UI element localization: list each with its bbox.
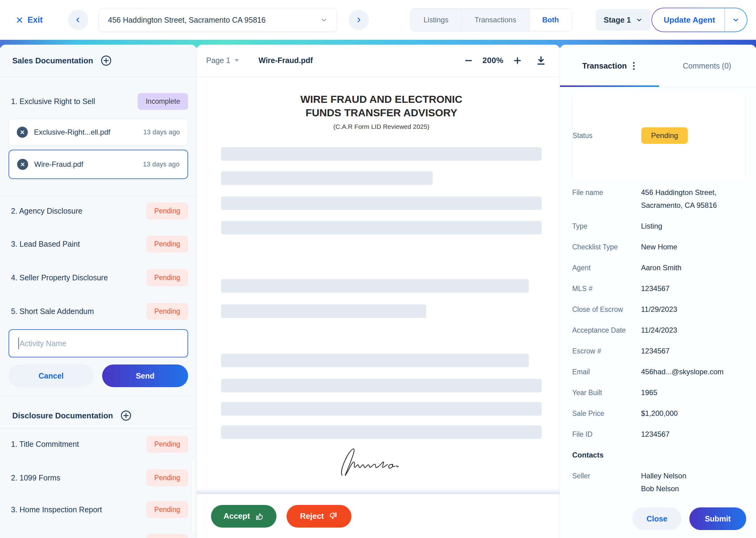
detail-label: Seller <box>572 469 641 482</box>
close-icon <box>16 16 23 24</box>
detail-label: Year Built <box>572 386 641 399</box>
update-agent-button[interactable]: Update Agent <box>651 8 747 32</box>
redacted-text-bar <box>221 171 433 185</box>
section-title: Sales Documentation <box>12 56 93 66</box>
download-icon[interactable] <box>536 55 546 66</box>
detail-row: TypeListing <box>572 220 746 233</box>
redacted-text-bar <box>221 354 529 367</box>
pdf-viewer: Page 1 Wire-Fraud.pdf 200% <box>197 45 560 538</box>
divider <box>0 196 197 196</box>
sidebar-scrollbar[interactable] <box>192 459 195 534</box>
tab-comments-label: Comments (0) <box>683 62 731 70</box>
pdf-page: WIRE FRAUD AND ELECTRONIC FUNDS TRANSFER… <box>197 77 560 494</box>
remove-file-icon[interactable]: ✕ <box>17 127 28 138</box>
checklist-item[interactable]: Pending <box>11 534 188 538</box>
checklist-item-label: 1. Title Commitment <box>11 440 79 449</box>
chevron-right-icon <box>355 17 362 23</box>
tab-transaction-label: Transaction <box>582 61 627 71</box>
redacted-text-bar <box>221 279 529 293</box>
kebab-menu-icon[interactable] <box>632 61 636 71</box>
file-card[interactable]: ✕Exclusive-Right...ell.pdf13 days ago <box>9 119 188 146</box>
view-tab-listings[interactable]: Listings <box>411 9 461 31</box>
checklist-item[interactable]: 1. Exclusive Right to SellIncomplete <box>11 93 188 110</box>
detail-label: File ID <box>572 428 641 441</box>
detail-row: Sale Price$1,200,000 <box>572 407 746 420</box>
tab-transaction[interactable]: Transaction <box>560 45 658 87</box>
detail-row: Email456had...@skyslope.com <box>572 365 746 378</box>
text-cursor <box>18 338 19 349</box>
detail-value: 1965 <box>641 386 657 399</box>
checklist-item-label: 2. 1099 Forms <box>11 473 60 482</box>
section-header: Disclosure Documentation <box>0 400 197 432</box>
checklist-item[interactable]: 2. 1099 FormsPending <box>11 469 188 486</box>
redacted-text-bar <box>221 402 542 415</box>
next-file-button[interactable] <box>349 10 369 30</box>
address-select[interactable]: 456 Haddington Street, Sacramento CA 958… <box>99 8 337 32</box>
remove-file-icon[interactable]: ✕ <box>17 159 28 170</box>
send-button[interactable]: Send <box>102 364 188 387</box>
add-document-icon[interactable] <box>100 55 112 66</box>
zoom-in-button[interactable] <box>513 56 522 66</box>
thumbs-up-icon <box>255 512 264 521</box>
page-label: Page 1 <box>206 56 230 65</box>
details-tabs: Transaction Comments (0) <box>560 45 756 87</box>
close-button[interactable]: Close <box>633 508 682 530</box>
view-tab-transactions[interactable]: Transactions <box>461 9 529 31</box>
zoom-out-button[interactable] <box>464 56 473 66</box>
file-card[interactable]: ✕Wire-Fraud.pdf13 days ago <box>9 150 188 179</box>
page-select[interactable]: Page 1 <box>206 56 239 65</box>
zoom-level: 200% <box>483 56 504 65</box>
detail-label: Type <box>572 220 641 233</box>
previous-file-button[interactable] <box>68 10 88 30</box>
detail-value: 456had...@skyslope.com <box>641 365 724 378</box>
status-badge: Pending <box>147 534 188 538</box>
detail-row: AgentAaron Smith <box>572 261 746 274</box>
update-agent-caret-button[interactable] <box>725 16 747 24</box>
view-tab-both[interactable]: Both <box>529 9 572 31</box>
detail-value: 1234567 <box>641 345 670 357</box>
detail-value: Listing <box>641 220 662 233</box>
checklist-item-label: 3. Home Inspection Report <box>11 505 102 514</box>
submit-button[interactable]: Submit <box>689 508 746 530</box>
app-window: Exit 456 Haddington Street, Sacramento C… <box>0 0 756 538</box>
file-name: Wire-Fraud.pdf <box>34 160 137 169</box>
review-action-bar: Accept Reject <box>197 494 560 538</box>
exit-button[interactable]: Exit <box>16 15 43 25</box>
cancel-button[interactable]: Cancel <box>9 364 94 387</box>
detail-label: Acceptance Date <box>572 324 641 337</box>
checklist-item[interactable]: 2. Agency DisclosurePending <box>11 203 188 219</box>
tab-comments[interactable]: Comments (0) <box>658 45 756 87</box>
activity-name-input[interactable] <box>9 329 188 357</box>
checklist-item[interactable]: 4. Seller Property DisclosurePending <box>11 269 188 286</box>
documents-sidebar: Sales Documentation1. Exclusive Right to… <box>0 45 197 538</box>
status-badge: Pending <box>147 436 188 453</box>
status-badge: Pending <box>147 501 188 518</box>
redacted-text-bar <box>221 304 426 318</box>
transaction-fields: StatusPendingFile name456 Haddington Str… <box>572 87 746 495</box>
checklist-item-label: 3. Lead Based Paint <box>11 240 80 248</box>
checklist-item[interactable]: 3. Home Inspection ReportPending <box>11 501 188 518</box>
checklist-item[interactable]: 1. Title CommitmentPending <box>11 436 188 453</box>
redacted-text-bar <box>221 425 542 439</box>
checklist-item[interactable]: 5. Short Sale AddendumPending <box>11 303 188 320</box>
accept-label: Accept <box>223 511 250 521</box>
detail-row: MLS #1234567 <box>572 282 746 295</box>
detail-row: StatusPending <box>572 93 746 178</box>
checklist-item[interactable]: 3. Lead Based PaintPending <box>11 236 188 252</box>
stage-dropdown[interactable]: Stage 1 <box>596 9 650 30</box>
redacted-text-bar <box>221 221 542 235</box>
detail-value-lines: 456 Haddington Street,Sacramento, CA 958… <box>641 186 717 212</box>
active-tab-indicator <box>560 85 659 87</box>
thumbs-down-icon <box>329 512 338 521</box>
detail-value: $1,200,000 <box>641 407 678 420</box>
detail-value: 456 Haddington Street, <box>641 186 717 199</box>
detail-row: File name456 Haddington Street,Sacrament… <box>572 186 746 212</box>
detail-row: Contacts <box>572 449 746 461</box>
details-panel: Transaction Comments (0) StatusPendingFi… <box>560 45 756 538</box>
detail-value: Halley Nelson <box>641 469 686 482</box>
detail-label: Status <box>573 129 641 142</box>
add-document-icon[interactable] <box>120 410 132 421</box>
pdf-document-title: WIRE FRAUD AND ELECTRONIC FUNDS TRANSFER… <box>221 92 542 131</box>
accept-button[interactable]: Accept <box>211 505 276 528</box>
reject-button[interactable]: Reject <box>287 505 352 528</box>
